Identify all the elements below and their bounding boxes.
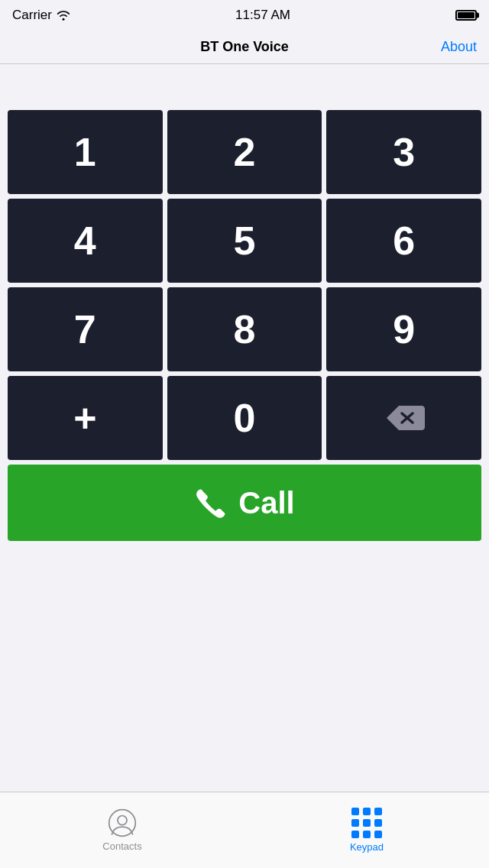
battery-icon [455, 10, 477, 21]
contacts-icon [108, 808, 137, 837]
status-bar: Carrier 11:57 AM [0, 0, 489, 31]
keypad-icon [351, 808, 382, 838]
dial-key-4[interactable]: 4 [8, 199, 163, 283]
dial-key-backspace[interactable] [326, 376, 481, 460]
nav-bar: BT One Voice About [0, 31, 489, 64]
dial-key-7[interactable]: 7 [8, 287, 163, 371]
dial-key-9[interactable]: 9 [326, 287, 481, 371]
wifi-icon [57, 10, 70, 21]
call-button-wrap: Call [0, 460, 489, 541]
carrier-text: Carrier [12, 8, 52, 23]
dial-key-5[interactable]: 5 [167, 199, 322, 283]
tab-contacts[interactable]: Contacts [0, 808, 244, 852]
call-button[interactable]: Call [8, 465, 481, 541]
status-time: 11:57 AM [235, 8, 290, 23]
main-content: 1 2 3 4 5 6 7 8 9 + 0 Call [0, 64, 489, 792]
nav-title: BT One Voice [200, 39, 289, 55]
dial-key-8[interactable]: 8 [167, 287, 322, 371]
call-button-label: Call [238, 486, 294, 520]
tab-contacts-label: Contacts [102, 840, 141, 852]
about-button[interactable]: About [441, 39, 477, 55]
dial-key-2[interactable]: 2 [167, 110, 322, 194]
dial-key-0[interactable]: 0 [167, 376, 322, 460]
dial-key-3[interactable]: 3 [326, 110, 481, 194]
tab-keypad[interactable]: Keypad [244, 808, 489, 853]
svg-point-3 [118, 816, 127, 825]
dialpad: 1 2 3 4 5 6 7 8 9 + 0 [0, 110, 489, 460]
dial-key-6[interactable]: 6 [326, 199, 481, 283]
status-carrier: Carrier [12, 8, 70, 23]
status-battery [455, 10, 477, 21]
tab-bar: Contacts Keypad [0, 792, 489, 868]
dial-key-1[interactable]: 1 [8, 110, 163, 194]
phone-icon [194, 486, 228, 520]
tab-keypad-label: Keypad [350, 841, 384, 853]
backspace-icon [384, 403, 425, 433]
dial-key-plus[interactable]: + [8, 376, 163, 460]
